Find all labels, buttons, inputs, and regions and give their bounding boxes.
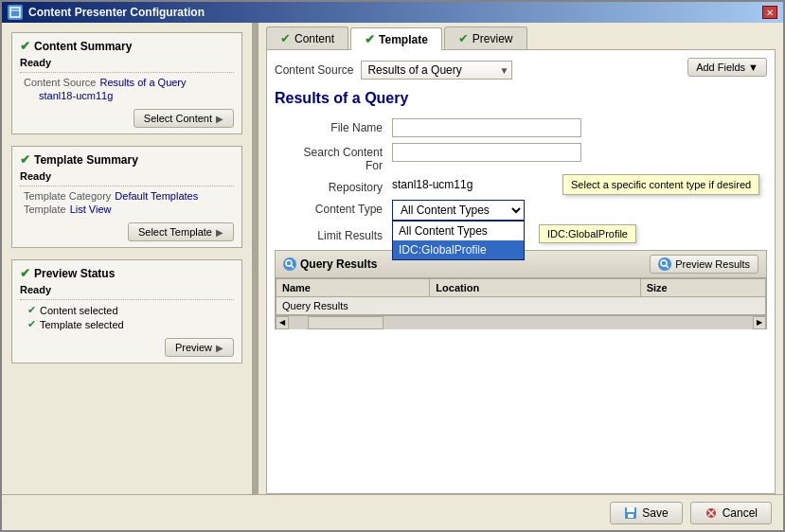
template-category-value: Default Templates (115, 190, 198, 202)
content-source-select[interactable]: Results of a Query (361, 61, 512, 80)
tab-preview[interactable]: ✔ Preview (444, 27, 527, 49)
template-summary-status: Ready (20, 170, 234, 182)
right-panel: ✔ Content ✔ Template ✔ Preview Content S… (259, 23, 783, 494)
preview-status-title: Preview Status (34, 267, 115, 280)
close-button[interactable]: ✕ (762, 6, 777, 19)
svg-rect-0 (10, 8, 20, 17)
tabs-bar: ✔ Content ✔ Template ✔ Preview (259, 23, 783, 49)
scrollbar-track[interactable] (289, 316, 753, 329)
template-label: Template (24, 204, 66, 215)
svg-line-3 (292, 266, 294, 269)
preview-results-icon (658, 257, 671, 271)
left-panel: ✔ Content Summary Ready Content Source R… (2, 23, 253, 494)
limit-results-label: Limit Results (275, 226, 388, 242)
content-type-option-idc[interactable]: IDC:GlobalProfile (393, 240, 524, 259)
template-selected-label: Template selected (40, 319, 124, 330)
arrow-right-icon: ▶ (216, 114, 223, 124)
query-icon (283, 257, 296, 271)
content-type-select-wrapper[interactable]: All Content Types All Content Types IDC:… (392, 200, 525, 221)
form-fields: File Name Search Content For Repository (275, 118, 767, 242)
select-template-label: Select Template (138, 226, 212, 238)
template-tab-label: Template (379, 33, 428, 46)
group-row-name: Query Results (277, 297, 766, 315)
content-type-tooltip-text: IDC:GlobalProfile (547, 228, 628, 239)
preview-tab-check-icon: ✔ (458, 31, 469, 45)
col-location: Location (430, 279, 640, 297)
preview-results-label: Preview Results (675, 258, 750, 270)
content-source-label-field: Content Source (275, 63, 353, 77)
add-fields-arrow-icon: ▼ (748, 62, 758, 73)
template-tab-check-icon: ✔ (365, 32, 375, 46)
window-title: Content Presenter Configuration (28, 6, 205, 19)
svg-point-2 (286, 260, 292, 266)
repository-label: Repository (275, 178, 388, 194)
col-size: Size (640, 279, 765, 297)
cancel-button[interactable]: Cancel (690, 502, 772, 524)
main-window: Content Presenter Configuration ✕ ✔ Cont… (0, 0, 785, 532)
add-fields-label: Add Fields (696, 62, 745, 73)
tooltip-bubble: Select a specific content type if desire… (562, 174, 759, 195)
svg-point-4 (661, 260, 667, 266)
query-results-table: Name Location Size Query Results (276, 278, 766, 315)
search-content-label: Search Content For (275, 143, 388, 172)
content-type-dropdown-menu: All Content Types IDC:GlobalProfile (392, 221, 525, 260)
app-icon (8, 5, 23, 20)
preview-status-items: ✔ Content selected ✔ Template selected (20, 304, 234, 330)
svg-line-5 (667, 266, 669, 269)
preview-button[interactable]: Preview ▶ (165, 338, 234, 357)
scrollbar-left-button[interactable]: ◀ (276, 316, 289, 329)
repository-field-value: stanl18-ucm11g (392, 178, 473, 191)
query-results-title: Query Results (300, 257, 377, 271)
scrollbar-right-button[interactable]: ▶ (753, 316, 766, 329)
preview-tab-label: Preview (473, 32, 513, 45)
content-source-value: Results of a Query (99, 77, 186, 88)
template-check-icon: ✔ (20, 152, 30, 167)
content-type-select[interactable]: All Content Types (392, 200, 525, 221)
page-title: Results of a Query (275, 90, 767, 107)
file-name-input[interactable] (392, 118, 581, 137)
save-label: Save (642, 506, 668, 520)
content-summary-title: Content Summary (34, 40, 132, 53)
tooltip-text: Select a specific content type if desire… (571, 179, 751, 190)
template-category-label: Template Category (24, 190, 111, 202)
template-selected-check-icon: ✔ (27, 318, 36, 330)
select-template-button[interactable]: Select Template ▶ (128, 222, 234, 241)
tab-content[interactable]: ✔ Content (266, 27, 348, 49)
preview-status-value: Ready (20, 284, 234, 295)
content-type-row: All Content Types All Content Types IDC:… (392, 200, 767, 221)
preview-status: ✔ Preview Status Ready ✔ Content selecte… (11, 259, 242, 364)
content-source-bar: Content Source Results of a Query ▼ Add … (275, 58, 767, 82)
query-title: Query Results (283, 257, 377, 271)
content-check-icon: ✔ (20, 39, 30, 53)
select-content-button[interactable]: Select Content ▶ (134, 109, 234, 128)
tab-template[interactable]: ✔ Template (350, 27, 442, 50)
content-source-dropdown-wrapper[interactable]: Results of a Query ▼ (361, 61, 512, 80)
content-tab-check-icon: ✔ (280, 31, 291, 45)
cancel-icon (705, 506, 718, 520)
preview-results-button[interactable]: Preview Results (650, 255, 758, 274)
table-row: Query Results (277, 297, 766, 315)
content-tab-label: Content (294, 32, 334, 45)
scrollbar-thumb[interactable] (308, 316, 384, 329)
content-summary: ✔ Content Summary Ready Content Source R… (11, 32, 242, 134)
cancel-label: Cancel (723, 506, 758, 520)
select-content-label: Select Content (144, 113, 212, 124)
horizontal-scrollbar[interactable]: ◀ ▶ (276, 315, 766, 328)
content-type-tooltip: IDC:GlobalProfile (539, 224, 636, 243)
content-type-option-all[interactable]: All Content Types (393, 222, 524, 240)
content-summary-status: Ready (20, 57, 234, 68)
content-selected-label: Content selected (40, 305, 118, 316)
preview-check-icon: ✔ (20, 266, 30, 280)
add-fields-button[interactable]: Add Fields ▼ (687, 58, 767, 77)
template-summary: ✔ Template Summary Ready Template Catego… (11, 146, 242, 248)
template-summary-title: Template Summary (34, 153, 138, 167)
template-value: List View (70, 204, 112, 215)
repository-row: stanl18-ucm11g Select a specific content… (392, 178, 767, 191)
bottom-bar: Save Cancel (2, 494, 783, 530)
save-button[interactable]: Save (610, 502, 682, 524)
title-bar: Content Presenter Configuration ✕ (2, 2, 783, 23)
svg-rect-8 (628, 514, 633, 518)
query-section: Query Results Preview Results Name (275, 250, 767, 329)
preview-arrow-icon: ▶ (216, 343, 223, 353)
search-content-input[interactable] (392, 143, 581, 162)
